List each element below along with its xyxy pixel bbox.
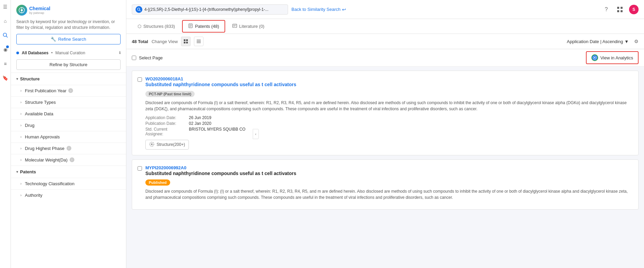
molecular-weight-label: Molecular Weight(Da)	[25, 157, 67, 162]
settings-gear-icon[interactable]: ⚙	[634, 39, 639, 44]
db-indicator	[16, 52, 19, 54]
back-to-similarity-search-link[interactable]: Back to Similarity Search ↩	[291, 7, 346, 12]
structures-tab-label: Structures (833)	[143, 24, 175, 29]
filter-item-technology-classification[interactable]: › Technology Classification	[11, 178, 126, 189]
nav-home-icon[interactable]: ⌂	[1, 17, 10, 25]
patents-section-header[interactable]: ▾ Patents	[11, 166, 126, 178]
help-icon[interactable]: ?	[602, 5, 611, 14]
structure-types-arrow: ›	[20, 100, 21, 104]
literature-tab-label: Literature (0)	[239, 24, 264, 29]
sort-label-text: Application Date | Ascending	[567, 39, 623, 44]
card-2-id[interactable]: MYPI2020006992A0	[145, 165, 633, 170]
patents-tab-icon	[188, 23, 193, 29]
molecular-weight-info-icon[interactable]: i	[70, 157, 74, 162]
refine-search-icon: 🔧	[51, 37, 56, 42]
first-pub-year-info-icon[interactable]: i	[68, 88, 73, 93]
select-page-checkbox[interactable]	[132, 56, 136, 60]
info-icon-db: ℹ	[119, 51, 121, 55]
grid-view-button[interactable]	[181, 37, 191, 46]
svg-point-3	[21, 9, 23, 11]
tab-structures[interactable]: ⬡ Structures (833)	[132, 21, 181, 32]
card-1-description: Disclosed are compounds of Formula (I) o…	[145, 100, 633, 112]
card-2-checkbox[interactable]	[138, 166, 142, 171]
nav-list-icon[interactable]: ≡	[1, 60, 10, 68]
drug-highest-phase-arrow: ›	[20, 147, 21, 150]
structure-link-1[interactable]: Structure(200+)	[145, 140, 189, 150]
authority-arrow: ›	[20, 193, 21, 197]
total-count: 48 Total	[132, 39, 148, 44]
svg-rect-24	[197, 41, 201, 42]
filter-item-authority[interactable]: › Authority	[11, 189, 126, 201]
top-header: Back to Similarity Search ↩ ? S	[126, 0, 644, 19]
all-databases-label: All Databases	[22, 51, 49, 55]
available-data-label: Available Data	[25, 111, 53, 116]
logo-icon	[16, 5, 27, 16]
filter-item-available-data[interactable]: › Available Data	[11, 108, 126, 119]
structure-section-label: Structure	[20, 76, 40, 81]
drug-highest-phase-info-icon[interactable]: i	[67, 146, 71, 151]
list-view-button[interactable]	[194, 37, 203, 46]
analytics-btn-label: View in Analytics	[600, 55, 633, 60]
main-content: Back to Similarity Search ↩ ? S ⬡ Struct…	[126, 0, 644, 268]
svg-rect-20	[186, 39, 188, 41]
filter-item-molecular-weight[interactable]: › Molecular Weight(Da) i	[11, 154, 126, 166]
literature-tab-icon	[232, 23, 237, 29]
filter-item-structure-types[interactable]: › Structure Types	[11, 96, 126, 108]
sort-selector[interactable]: Application Date | Ascending ▼	[567, 39, 629, 44]
search-input[interactable]	[144, 7, 284, 12]
assignee-label-1: Std. Current Assignee:	[145, 127, 186, 136]
card-1-title[interactable]: Substituted naphthyridinone compounds us…	[145, 81, 633, 88]
view-analytics-button[interactable]: View in Analytics	[586, 51, 639, 64]
refine-structure-button[interactable]: Refine by Structure	[16, 59, 121, 70]
structure-link-icon-1	[149, 141, 155, 148]
analytics-button-icon	[591, 54, 598, 61]
left-navigation: ☰ ⌂ ◉ ≡ 🔖	[0, 0, 11, 268]
app-date-value-1: 26 Jun 2019	[189, 115, 633, 120]
svg-rect-25	[197, 42, 201, 43]
filter-item-drug[interactable]: › Drug	[11, 119, 126, 131]
authority-label: Authority	[25, 193, 42, 198]
drug-label: Drug	[25, 123, 34, 128]
select-page-label: Select Page	[139, 55, 163, 60]
tech-classification-arrow: ›	[20, 182, 21, 186]
structure-section-header[interactable]: ▾ Structure	[11, 73, 126, 85]
svg-rect-9	[621, 7, 623, 9]
nav-search-icon[interactable]	[1, 31, 10, 39]
tab-literature[interactable]: Literature (0)	[227, 20, 270, 32]
pub-date-value-1: 02 Jan 2020	[189, 121, 633, 126]
filter-item-human-approvals[interactable]: › Human Approvals	[11, 131, 126, 142]
card-2-description: Disclosed are compounds of Formula (I): …	[145, 188, 633, 200]
patents-tab-label: Patents (48)	[195, 24, 219, 29]
human-approvals-label: Human Approvals	[25, 134, 60, 139]
svg-point-27	[594, 57, 595, 58]
card-1-metadata: Application Date: 26 Jun 2019 Publicatio…	[145, 115, 633, 136]
svg-rect-21	[184, 42, 185, 43]
manual-curation-label: Manual Curation	[55, 51, 85, 55]
card-1-checkbox[interactable]	[138, 77, 142, 82]
sidebar-description: Search by keyword for your technology or…	[16, 19, 121, 31]
database-row: All Databases • Manual Curation ℹ	[11, 48, 126, 58]
available-data-arrow: ›	[20, 112, 21, 116]
card-1-id[interactable]: WO2020006018A1	[145, 76, 633, 81]
tab-patents[interactable]: Patents (48)	[182, 20, 225, 33]
select-page-row: Select Page	[132, 55, 163, 60]
nav-bookmark-icon[interactable]: 🔖	[1, 74, 10, 82]
structures-tab-icon: ⬡	[138, 24, 141, 29]
structure-link-text-1: Structure(200+)	[157, 142, 185, 147]
header-right-icons: ? S	[602, 5, 639, 14]
back-link-text: Back to Similarity Search	[291, 7, 341, 12]
svg-rect-8	[617, 7, 619, 9]
select-analytics-row: Select Page View in Analytics	[126, 49, 644, 66]
svg-rect-11	[621, 10, 623, 12]
sidebar-toggle-button[interactable]: ‹	[253, 129, 259, 139]
filter-item-drug-highest-phase[interactable]: › Drug Highest Phase i	[11, 142, 126, 154]
patents-section-label: Patents	[20, 169, 36, 174]
nav-menu-icon[interactable]: ☰	[1, 3, 10, 11]
filter-item-first-pub-year[interactable]: › First Publication Year i	[11, 85, 126, 96]
technology-classification-label: Technology Classification	[25, 181, 74, 186]
refine-search-button[interactable]: 🔧 Refine Search	[16, 34, 121, 44]
first-pub-year-label: First Publication Year	[25, 88, 66, 93]
user-avatar[interactable]: S	[629, 5, 639, 14]
svg-line-7	[140, 10, 141, 11]
grid-apps-icon[interactable]	[615, 5, 624, 14]
